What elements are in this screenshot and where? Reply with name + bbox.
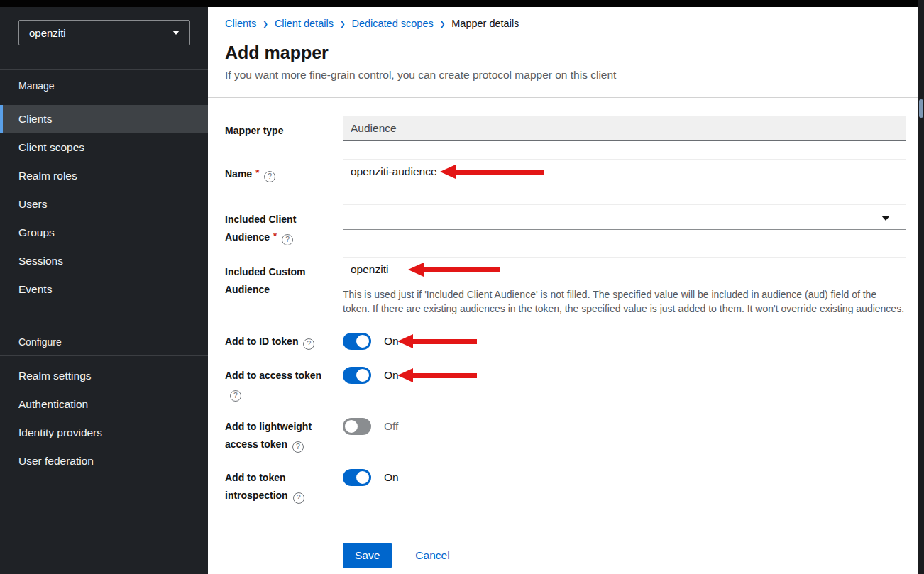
page-subtitle: If you want more fine-grain control, you…	[225, 67, 907, 82]
caret-down-icon	[172, 31, 180, 35]
help-icon[interactable]: ?	[292, 441, 304, 453]
sidebar: openziti Manage Clients Client scopes Re…	[0, 7, 208, 574]
breadcrumb-separator-icon: ❯	[256, 17, 275, 31]
add-to-access-token-row: Add to access token? On	[225, 367, 906, 402]
mapper-type-row: Mapper type	[225, 116, 906, 141]
caret-down-icon	[881, 216, 890, 221]
toggle-state-label: On	[384, 369, 399, 382]
breadcrumb: Clients ❯ Client details ❯ Dedicated sco…	[225, 16, 907, 31]
sidebar-item-user-federation[interactable]: User federation	[0, 447, 208, 475]
breadcrumb-mapper-details: Mapper details	[451, 16, 519, 31]
add-to-lightweight-access-token-toggle[interactable]	[343, 418, 371, 435]
sidebar-item-groups[interactable]: Groups	[0, 219, 208, 247]
sidebar-item-realm-roles[interactable]: Realm roles	[0, 162, 208, 190]
page-header: Clients ❯ Client details ❯ Dedicated sco…	[208, 7, 924, 98]
sidebar-item-sessions[interactable]: Sessions	[0, 247, 208, 275]
included-client-audience-row: Included Client Audience*?	[225, 204, 906, 246]
help-icon[interactable]: ?	[282, 234, 293, 245]
add-to-token-introspection-label: Add to token introspection?	[225, 469, 343, 504]
included-client-audience-value	[343, 211, 358, 223]
sidebar-item-client-scopes[interactable]: Client scopes	[0, 133, 208, 162]
sidebar-item-identity-providers[interactable]: Identity providers	[0, 419, 208, 447]
mapper-type-label: Mapper type	[225, 116, 343, 140]
name-label: Name*?	[225, 159, 343, 183]
mapper-type-input	[343, 116, 906, 141]
realm-selector-dropdown[interactable]: openziti	[18, 20, 190, 45]
breadcrumb-separator-icon: ❯	[434, 17, 452, 31]
add-to-id-token-label: Add to ID token?	[225, 333, 343, 351]
breadcrumb-separator-icon: ❯	[334, 17, 352, 31]
add-to-access-token-toggle[interactable]	[343, 367, 371, 384]
included-client-audience-select[interactable]	[343, 204, 906, 230]
add-to-lightweight-access-token-label: Add to lightweight access token?	[225, 418, 343, 453]
save-button[interactable]: Save	[343, 543, 392, 568]
breadcrumb-dedicated-scopes[interactable]: Dedicated scopes	[351, 16, 433, 31]
masthead	[0, 0, 924, 7]
sidebar-item-events[interactable]: Events	[0, 275, 208, 304]
add-to-id-token-row: Add to ID token? On	[225, 333, 906, 351]
name-input[interactable]	[343, 159, 906, 184]
toggle-state-label: On	[384, 335, 399, 348]
nav-manage: Clients Client scopes Realm roles Users …	[0, 99, 208, 304]
mapper-form: Mapper type Name*?	[208, 98, 924, 568]
sidebar-item-clients[interactable]: Clients	[0, 105, 208, 133]
name-row: Name*?	[225, 159, 906, 184]
included-custom-audience-row: Included Custom Audience This is used ju…	[225, 257, 906, 316]
add-to-token-introspection-toggle[interactable]	[343, 469, 371, 486]
annotation-arrow-id-token	[397, 334, 477, 348]
scrollbar[interactable]	[918, 0, 924, 574]
page-title: Add mapper	[225, 42, 907, 63]
cancel-button[interactable]: Cancel	[415, 549, 449, 562]
required-asterisk: *	[255, 167, 259, 178]
included-custom-audience-help: This is used just if 'Included Client Au…	[343, 287, 906, 316]
help-icon[interactable]: ?	[264, 171, 275, 182]
nav-configure: Realm settings Authentication Identity p…	[0, 356, 208, 475]
breadcrumb-client-details[interactable]: Client details	[275, 16, 334, 31]
help-icon[interactable]: ?	[293, 492, 304, 504]
toggle-state-label: Off	[384, 420, 398, 433]
included-custom-audience-label: Included Custom Audience	[225, 257, 343, 299]
nav-section-title-manage: Manage	[0, 70, 208, 99]
toggle-state-label: On	[384, 471, 399, 484]
scrollbar-thumb[interactable]	[919, 99, 923, 118]
required-asterisk: *	[273, 231, 277, 241]
help-icon[interactable]: ?	[303, 338, 314, 350]
main-content: Clients ❯ Client details ❯ Dedicated sco…	[208, 7, 924, 574]
add-to-lightweight-access-token-row: Add to lightweight access token? Off	[225, 418, 906, 453]
breadcrumb-clients[interactable]: Clients	[225, 16, 256, 31]
sidebar-item-authentication[interactable]: Authentication	[0, 390, 208, 419]
realm-name: openziti	[29, 27, 66, 39]
help-icon[interactable]: ?	[230, 390, 241, 402]
form-actions: Save Cancel	[225, 543, 906, 568]
add-to-id-token-toggle[interactable]	[343, 333, 371, 350]
included-custom-audience-input[interactable]	[343, 257, 906, 282]
annotation-arrow-access-token	[397, 368, 477, 382]
sidebar-item-realm-settings[interactable]: Realm settings	[0, 362, 208, 390]
included-client-audience-label: Included Client Audience*?	[225, 204, 343, 246]
add-to-token-introspection-row: Add to token introspection? On	[225, 469, 906, 504]
nav-section-title-configure: Configure	[0, 335, 208, 355]
sidebar-item-users[interactable]: Users	[0, 190, 208, 219]
add-to-access-token-label: Add to access token?	[225, 367, 343, 402]
